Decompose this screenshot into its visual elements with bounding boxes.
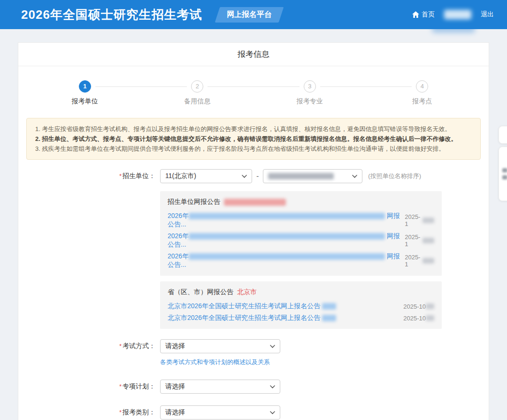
platform-badge: 网上报名平台 xyxy=(215,7,284,23)
chevron-down-icon xyxy=(265,385,275,389)
category-select-value: 请选择 xyxy=(165,408,185,417)
province-notice-item: 北京市2026年全国硕士研究生招生考试网上报名公告 2025-10 xyxy=(168,302,434,311)
special-plan-select-value: 请选择 xyxy=(165,382,185,391)
province-select[interactable]: 11(北京市) xyxy=(160,169,252,183)
home-icon xyxy=(412,11,419,18)
exam-method-label: *考试方式： xyxy=(18,342,155,350)
province-notice-item: 北京市2026年全国硕士研究生招生考试网上报名公告 2025-10 xyxy=(168,314,434,322)
unit-notice-item: 2026年 网报公告... 2025-1 xyxy=(168,252,434,269)
step-1-label: 报考单位 xyxy=(29,97,141,106)
notice-date: 2025-1 xyxy=(405,254,434,268)
redacted-date xyxy=(426,303,434,309)
notice-date: 2025-10 xyxy=(403,303,434,310)
province-notice-title-row: 省（区、市）网报公告 北京市 xyxy=(168,288,434,296)
special-plan-select[interactable]: 请选择 xyxy=(160,380,280,394)
step-4-exam-site: 4 报考点 xyxy=(366,80,479,106)
edge-widget-glyph xyxy=(502,168,507,172)
nav-home[interactable]: 首页 xyxy=(412,10,435,19)
redacted-link-text xyxy=(189,213,385,219)
notice-date: 2025-1 xyxy=(405,233,434,248)
app-header: 2026年全国硕士研究生招生考试 网上报名平台 首页 退出 xyxy=(0,0,507,29)
unit-name-redacted xyxy=(224,199,286,206)
special-plan-label: *专项计划： xyxy=(18,382,155,391)
unit-select-value-redacted xyxy=(268,173,334,179)
province-notice-link[interactable]: 北京市2026年全国硕士研究生招生考试网上报名公告 xyxy=(168,302,336,311)
redacted-link-text xyxy=(189,233,385,240)
step-indicator: 1 报考单位 2 备用信息 3 报考专业 4 报考点 xyxy=(29,80,478,106)
unit-notice-item: 2026年 网报公告... 2025-1 xyxy=(168,232,434,249)
step-4-label: 报考点 xyxy=(366,97,479,106)
step-1-unit: 1 报考单位 xyxy=(29,80,141,106)
notice-date: 2025-10 xyxy=(403,315,434,322)
redacted-date xyxy=(426,315,434,321)
step-2-circle: 2 xyxy=(191,80,203,93)
unit-select[interactable] xyxy=(263,169,362,183)
dash-separator: - xyxy=(256,172,259,180)
exam-method-help-link[interactable]: 各类考试方式和专项计划的概述以及关系 xyxy=(160,358,270,366)
special-plan-row: *专项计划： 请选择 xyxy=(18,380,489,394)
nav-home-label: 首页 xyxy=(422,10,435,19)
notice-line-2: 2. 招生单位、考试方式、报考点、专项计划等关键信息提交后不允许修改，确有错误需… xyxy=(35,134,472,144)
unit-notice-title-row: 招生单位网报公告 xyxy=(168,198,434,206)
exam-method-row: *考试方式： 请选择 xyxy=(18,339,489,353)
nav-logout-label: 退出 xyxy=(481,10,494,19)
unit-row: *招生单位： 11(北京市) - (按照单位名称排序) xyxy=(18,169,489,183)
notice-date: 2025-1 xyxy=(405,213,434,227)
registration-form: *招生单位： 11(北京市) - (按照单位名称排序) 招生单位网报公告 xyxy=(18,169,489,420)
redacted-date xyxy=(422,218,434,223)
header-nav: 首页 退出 xyxy=(412,10,494,19)
required-star: * xyxy=(119,342,122,350)
chevron-down-icon xyxy=(237,175,247,178)
app-title: 2026年全国硕士研究生招生考试 xyxy=(21,7,202,23)
edge-widget-glyph xyxy=(502,175,507,179)
category-row: *报考类别： 请选择 xyxy=(18,405,489,420)
exam-method-help-row: 各类考试方式和专项计划的概述以及关系 xyxy=(160,358,489,366)
unit-notice-link[interactable]: 2026年 网报公告... xyxy=(168,232,405,249)
exam-method-select[interactable]: 请选择 xyxy=(160,339,280,353)
username-redacted xyxy=(444,10,471,19)
chevron-down-icon xyxy=(265,411,275,414)
edge-widget-service[interactable] xyxy=(499,147,507,201)
unit-notice-title: 招生单位网报公告 xyxy=(168,198,220,206)
main-card: 报考信息 1 报考单位 2 备用信息 3 报考专业 4 报考点 1. 考生应按省… xyxy=(18,42,489,420)
step-3-label: 报考专业 xyxy=(254,97,366,106)
province-region: 北京市 xyxy=(237,288,257,296)
required-star: * xyxy=(119,172,122,179)
province-notice-title: 省（区、市）网报公告 xyxy=(168,288,233,296)
step-2-backup-info: 2 备用信息 xyxy=(141,80,254,106)
required-star: * xyxy=(119,383,122,390)
step-2-label: 备用信息 xyxy=(141,97,254,106)
step-4-circle: 4 xyxy=(416,80,428,93)
redacted-date xyxy=(422,238,434,243)
chevron-down-icon xyxy=(347,175,357,178)
unit-notice-link[interactable]: 2026年 网报公告... xyxy=(168,252,405,269)
redacted-link-text xyxy=(189,253,385,260)
notice-line-1: 1. 考生应按省级教育招生考试机构、报考点以及报考招生单位的网报公告要求进行报名… xyxy=(35,124,472,134)
required-star: * xyxy=(119,409,122,416)
step-3-major: 3 报考专业 xyxy=(254,80,366,106)
redacted-link-suffix xyxy=(322,303,336,310)
province-select-value: 11(北京市) xyxy=(165,172,196,180)
redacted-date xyxy=(422,258,434,264)
unit-notice-panel: 招生单位网报公告 2026年 网报公告... 2025-1 2026年 网报公告… xyxy=(160,191,442,276)
platform-badge-label: 网上报名平台 xyxy=(227,10,272,20)
category-label: *报考类别： xyxy=(18,408,155,417)
unit-notice-item: 2026年 网报公告... 2025-1 xyxy=(168,212,434,229)
redacted-link-suffix xyxy=(322,315,336,321)
notice-line-3: 3. 残疾考生如需组考单位在考试期间提供合理考试便利服务的，应于报名阶段与考点所… xyxy=(35,144,472,154)
province-notice-panel: 省（区、市）网报公告 北京市 北京市2026年全国硕士研究生招生考试网上报名公告… xyxy=(160,281,442,329)
step-1-circle: 1 xyxy=(79,80,91,93)
unit-notice-link[interactable]: 2026年 网报公告... xyxy=(168,212,405,229)
unit-sort-hint: (按照单位名称排序) xyxy=(368,172,421,180)
page-title: 报考信息 xyxy=(18,43,489,66)
unit-label: *招生单位： xyxy=(18,172,155,180)
notice-box: 1. 考生应按省级教育招生考试机构、报考点以及报考招生单位的网报公告要求进行报名… xyxy=(26,118,481,160)
nav-logout[interactable]: 退出 xyxy=(481,10,494,19)
edge-widget-top[interactable] xyxy=(499,126,507,144)
province-notice-link[interactable]: 北京市2026年全国硕士研究生招生考试网上报名公告 xyxy=(168,314,336,322)
chevron-down-icon xyxy=(265,345,275,348)
exam-method-select-value: 请选择 xyxy=(165,342,185,350)
step-3-circle: 3 xyxy=(304,80,316,93)
category-select[interactable]: 请选择 xyxy=(160,405,280,420)
